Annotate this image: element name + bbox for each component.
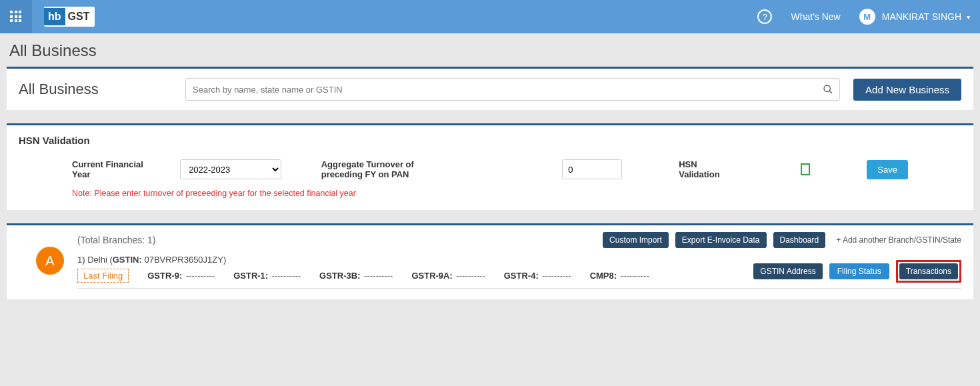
whats-new-link[interactable]: What's New [791, 11, 840, 22]
svg-point-0 [824, 85, 830, 91]
card-title: All Business [19, 81, 172, 98]
gstin-address-button[interactable]: GSTIN Address [753, 263, 822, 279]
transactions-button[interactable]: Transactions [899, 263, 958, 279]
hsn-checkbox[interactable] [801, 163, 810, 175]
search-input[interactable] [185, 78, 840, 101]
chevron-down-icon: ▾ [967, 13, 970, 21]
svg-line-1 [829, 91, 832, 93]
gstr4: GSTR-4: ---------- [504, 271, 571, 281]
highlight-transactions: Transactions [896, 260, 961, 283]
save-button[interactable]: Save [867, 160, 908, 179]
search-card: All Business Add New Business [7, 67, 973, 110]
help-icon[interactable]: ? [757, 9, 772, 24]
add-new-business-button[interactable]: Add New Business [853, 79, 961, 101]
gstin-label: GSTIN: [113, 255, 145, 265]
logo[interactable]: hb GST [44, 7, 95, 27]
turnover-label: Aggregate Turnover of preceding FY on PA… [321, 159, 455, 179]
business-card: A (Total Branches: 1) Custom Import Expo… [7, 223, 973, 299]
branch-suffix: ) [223, 255, 226, 265]
user-avatar: M [859, 9, 875, 25]
add-branch-link[interactable]: + Add another Branch/GSTIN/State [836, 235, 961, 245]
hsnv-label: HSN Validation [679, 159, 724, 179]
page-title: All Business [0, 33, 980, 67]
hsn-title: HSN Validation [19, 135, 961, 155]
apps-icon[interactable] [0, 0, 32, 33]
filing-status-button[interactable]: Filing Status [829, 263, 889, 279]
top-bar: hb GST ? What's New M MANKIRAT SINGH ▾ [0, 0, 980, 33]
branches-count: (Total Branches: 1) [77, 235, 596, 245]
filing-row: Last Filing GSTR-9: ---------- GSTR-1: -… [77, 269, 961, 289]
help-char: ? [763, 12, 767, 22]
turnover-input[interactable] [562, 159, 622, 179]
dashboard-button[interactable]: Dashboard [773, 232, 826, 248]
business-avatar: A [36, 247, 64, 275]
gstr9: GSTR-9: ---------- [147, 271, 215, 281]
custom-import-button[interactable]: Custom Import [603, 232, 669, 248]
last-filing-badge: Last Filing [77, 269, 129, 283]
gstin-value: 07BVRPR3650J1ZY [144, 255, 223, 265]
logo-hb: hb [44, 8, 65, 25]
logo-gst: GST [65, 8, 95, 25]
user-menu[interactable]: M MANKIRAT SINGH ▾ [859, 9, 970, 25]
hsn-card: HSN Validation Current Financial Year 20… [7, 123, 973, 210]
gstr9a: GSTR-9A: ---------- [411, 271, 485, 281]
hsn-note: Note: Please enter turnover of preceedin… [19, 183, 961, 201]
gstr3b: GSTR-3B: ---------- [319, 271, 393, 281]
user-name: MANKIRAT SINGH [882, 11, 961, 22]
gstr1: GSTR-1: ---------- [233, 271, 301, 281]
branch-prefix: 1) Delhi ( [77, 255, 113, 265]
fy-label: Current Financial Year [72, 159, 160, 179]
cmp8: CMP8: ---------- [590, 271, 649, 281]
fy-select[interactable]: 2022-2023 [180, 159, 281, 179]
search-icon[interactable] [823, 84, 833, 95]
export-einvoice-button[interactable]: Export E-Invoice Data [675, 232, 767, 248]
